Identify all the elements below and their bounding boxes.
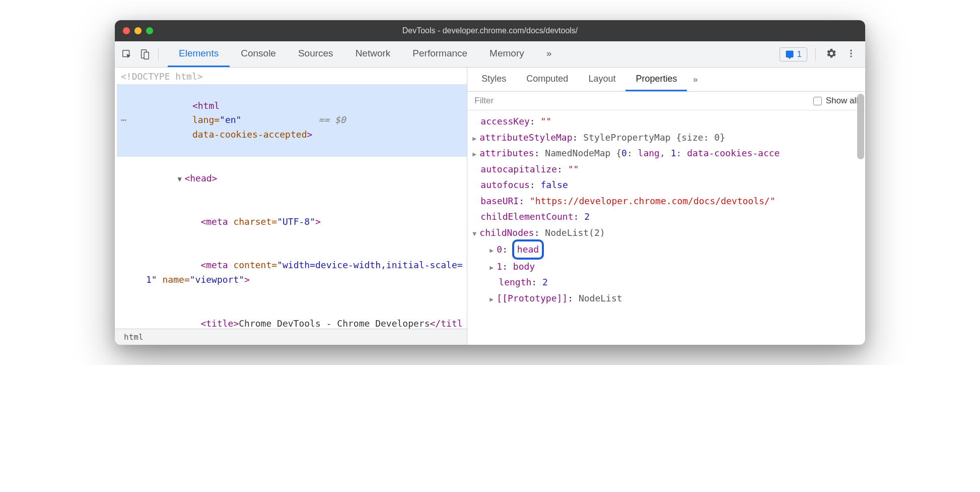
prop-childelementcount[interactable]: childElementCount: 2	[472, 209, 860, 225]
expand-triangle-icon[interactable]: ▶	[489, 294, 497, 305]
breadcrumb[interactable]: html	[115, 329, 467, 345]
toolbar-divider	[158, 48, 159, 60]
tab-network[interactable]: Network	[344, 41, 402, 67]
prop-accesskey[interactable]: accessKey: ""	[472, 113, 860, 130]
scrollbar-thumb[interactable]	[857, 94, 864, 159]
dom-node-meta-charset[interactable]: <meta charset="UTF-8">	[117, 200, 467, 243]
dom-node-title[interactable]: <title>Chrome DevTools - Chrome Develope…	[117, 302, 467, 329]
subtab-layout[interactable]: Layout	[578, 68, 625, 91]
prop-attributes[interactable]: ▶attributes: NamedNodeMap {0: lang, 1: d…	[472, 145, 860, 161]
prop-childnodes-0[interactable]: ▶0: head	[472, 240, 860, 259]
expand-triangle-icon[interactable]: ▶	[472, 133, 479, 145]
show-all-checkbox[interactable]	[813, 97, 822, 105]
window-title: DevTools - developer.chrome.com/docs/dev…	[115, 26, 865, 35]
toolbar-right: 1	[780, 46, 861, 63]
close-window-button[interactable]	[123, 27, 130, 34]
dom-node-meta-viewport[interactable]: <meta content="width=device-width,initia…	[117, 244, 467, 302]
main-tabs: Elements Console Sources Network Perform…	[168, 41, 778, 67]
disclosure-triangle-icon[interactable]: ▼	[177, 173, 184, 184]
tab-memory[interactable]: Memory	[478, 41, 535, 67]
minimize-window-button[interactable]	[134, 27, 142, 34]
selected-node-ref: == $0	[318, 113, 345, 128]
sidebar-panel: Styles Computed Layout Properties » Show…	[467, 68, 865, 345]
show-all-toggle[interactable]: Show all	[813, 96, 858, 106]
prop-attributestylemap[interactable]: ▶attributeStyleMap: StylePropertyMap {si…	[472, 130, 860, 146]
panel-split: <!DOCTYPE html> ⋯ <html lang="en" data-c…	[115, 68, 865, 345]
prop-autofocus[interactable]: autofocus: false	[472, 177, 860, 193]
subtab-properties[interactable]: Properties	[625, 68, 687, 91]
svg-point-4	[850, 52, 852, 54]
prop-childnodes[interactable]: ▼childNodes: NodeList(2)	[472, 225, 860, 241]
prop-baseuri[interactable]: baseURI: "https://developer.chrome.com/d…	[472, 193, 860, 209]
tab-overflow[interactable]: »	[535, 41, 563, 67]
main-toolbar: Elements Console Sources Network Perform…	[115, 41, 865, 68]
expand-triangle-icon[interactable]: ▶	[472, 149, 479, 160]
more-menu-icon[interactable]	[844, 46, 858, 63]
prop-childnodes-proto[interactable]: ▶[[Prototype]]: NodeList	[472, 290, 860, 306]
expand-triangle-icon[interactable]: ▶	[489, 245, 497, 257]
prop-childnodes-length[interactable]: length: 2	[472, 274, 860, 290]
tab-sources[interactable]: Sources	[287, 41, 344, 67]
collapse-triangle-icon[interactable]: ▼	[472, 228, 479, 240]
dom-tree[interactable]: <!DOCTYPE html> ⋯ <html lang="en" data-c…	[115, 68, 467, 329]
subtab-styles[interactable]: Styles	[471, 68, 516, 91]
expand-triangle-icon[interactable]: ▶	[489, 262, 497, 274]
sidebar-tabs: Styles Computed Layout Properties »	[467, 68, 865, 92]
properties-filter-input[interactable]	[474, 96, 807, 106]
settings-gear-icon[interactable]	[824, 46, 839, 63]
svg-point-5	[850, 55, 852, 57]
tab-elements[interactable]: Elements	[168, 41, 230, 67]
traffic-lights	[123, 27, 153, 34]
subtab-overflow[interactable]: »	[687, 68, 704, 91]
toolbar-divider-2	[815, 48, 816, 60]
dom-doctype: <!DOCTYPE html>	[117, 70, 467, 84]
maximize-window-button[interactable]	[146, 27, 153, 34]
svg-point-3	[850, 49, 852, 51]
device-toolbar-icon[interactable]	[137, 46, 153, 63]
highlighted-value: head	[512, 239, 544, 260]
tab-console[interactable]: Console	[230, 41, 287, 67]
properties-list[interactable]: accessKey: "" ▶attributeStyleMap: StyleP…	[467, 110, 865, 345]
dom-node-head[interactable]: ▼<head>	[117, 157, 467, 200]
show-all-label: Show all	[826, 96, 858, 106]
devtools-window: DevTools - developer.chrome.com/docs/dev…	[115, 20, 865, 345]
titlebar: DevTools - developer.chrome.com/docs/dev…	[115, 20, 865, 41]
svg-rect-2	[144, 52, 149, 59]
breadcrumb-item-html[interactable]: html	[121, 331, 147, 343]
prop-autocapitalize[interactable]: autocapitalize: ""	[472, 161, 860, 177]
elements-dom-panel: <!DOCTYPE html> ⋯ <html lang="en" data-c…	[115, 68, 467, 345]
prop-childnodes-1[interactable]: ▶1: body	[472, 259, 860, 275]
properties-filter-row: Show all	[467, 92, 865, 110]
issues-badge[interactable]: 1	[780, 47, 807, 61]
issues-count: 1	[797, 49, 802, 59]
ellipsis-icon: ⋯	[121, 113, 127, 128]
tab-performance[interactable]: Performance	[401, 41, 478, 67]
dom-node-html[interactable]: ⋯ <html lang="en" data-cookies-accepted>…	[117, 84, 467, 157]
subtab-computed[interactable]: Computed	[516, 68, 578, 91]
inspect-element-icon[interactable]	[119, 46, 135, 63]
issues-icon	[785, 50, 794, 59]
